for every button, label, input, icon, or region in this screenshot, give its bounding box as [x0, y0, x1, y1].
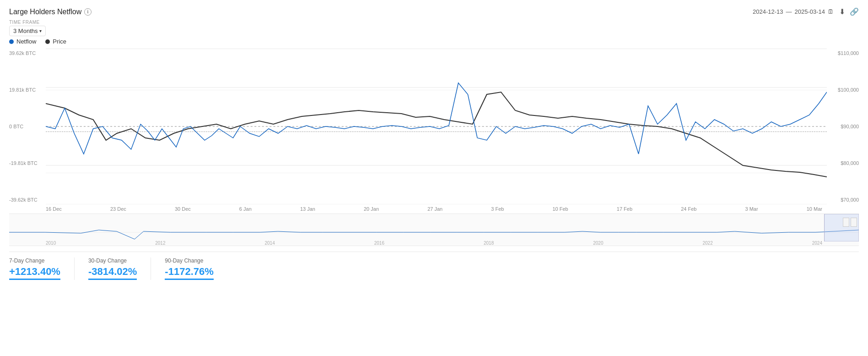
main-chart-container: 39.62k BTC 19.81k BTC 0 BTC -19.81k BTC …	[9, 49, 859, 214]
chevron-down-icon: ▾	[39, 28, 42, 33]
timeframe-dropdown[interactable]: 3 Months ▾	[9, 26, 46, 36]
stat-30day: 30-Day Change -3814.02%	[88, 257, 151, 280]
header-icons: ⬇ 🔗	[839, 7, 859, 16]
netflow-line	[46, 83, 827, 154]
timeframe-label: TIME FRAME	[9, 20, 859, 25]
price-line	[46, 92, 827, 177]
y-right-bottom: $70,000	[827, 197, 859, 203]
date-separator: —	[786, 8, 792, 15]
download-icon[interactable]: ⬇	[839, 7, 845, 16]
y-right-3: $80,000	[827, 160, 859, 166]
legend-price-label: Price	[53, 38, 66, 45]
mini-x-5: 2020	[593, 241, 603, 246]
chart-svg	[46, 49, 827, 204]
mini-x-0: 2010	[46, 241, 56, 246]
legend-price: Price	[45, 38, 66, 45]
mini-x-axis: 2010 2012 2014 2016 2018 2020 2022 2024	[9, 241, 859, 246]
mini-x-2: 2014	[265, 241, 275, 246]
stat-7day-value: +1213.40%	[9, 266, 60, 280]
date-start: 2024-12-13	[753, 8, 783, 15]
stat-90day-label: 90-Day Change	[165, 257, 213, 264]
y-right-top: $110,000	[827, 50, 859, 56]
header-right: 2024-12-13 — 2025-03-14 🗓 ⬇ 🔗	[753, 7, 859, 16]
stat-90day-value: -1172.76%	[165, 266, 213, 280]
stat-90day: 90-Day Change -1172.76%	[165, 257, 227, 280]
chart-legend: Netflow Price	[9, 38, 859, 45]
mini-x-1: 2012	[155, 241, 165, 246]
date-range: 2024-12-13 — 2025-03-14 🗓	[753, 8, 834, 15]
price-dot	[45, 39, 50, 44]
mini-chart-handle-left[interactable]	[843, 218, 849, 227]
y-left-3: -19.81k BTC	[9, 160, 46, 166]
y-axis-right: $110,000 $100,000 $90,000 $80,000 $70,00…	[827, 49, 859, 204]
page-header: Large Holders Netflow ℹ 2024-12-13 — 202…	[9, 7, 859, 16]
y-right-1: $100,000	[827, 87, 859, 93]
netflow-dot	[9, 39, 14, 44]
timeframe-value: 3 Months	[13, 27, 38, 34]
mini-chart-svg	[9, 214, 859, 241]
y-axis-left: 39.62k BTC 19.81k BTC 0 BTC -19.81k BTC …	[9, 49, 46, 204]
mini-chart-handle-right[interactable]	[851, 218, 857, 227]
timeframe-section: TIME FRAME 3 Months ▾	[9, 20, 859, 36]
mini-x-3: 2016	[374, 241, 384, 246]
y-right-mid: $90,000	[827, 124, 859, 129]
stat-7day-label: 7-Day Change	[9, 257, 60, 264]
date-end: 2025-03-14	[795, 8, 825, 15]
link-icon[interactable]: 🔗	[850, 7, 859, 16]
mini-chart-controls	[843, 218, 857, 227]
chart-area: 39.62k BTC 19.81k BTC 0 BTC -19.81k BTC …	[9, 49, 859, 204]
legend-netflow-label: Netflow	[16, 38, 36, 45]
mini-x-7: 2024	[812, 241, 822, 246]
info-icon[interactable]: ℹ	[84, 8, 92, 16]
legend-netflow: Netflow	[9, 38, 36, 45]
calendar-icon[interactable]: 🗓	[828, 8, 834, 15]
stat-7day: 7-Day Change +1213.40%	[9, 257, 75, 280]
stat-30day-value: -3814.02%	[88, 266, 137, 280]
mini-chart-container: 2010 2012 2014 2016 2018 2020 2022 2024	[9, 214, 859, 246]
mini-x-6: 2022	[703, 241, 713, 246]
title-section: Large Holders Netflow ℹ	[9, 8, 92, 16]
page-title: Large Holders Netflow	[9, 8, 81, 16]
y-left-top: 39.62k BTC	[9, 50, 46, 56]
y-left-bottom: -39.62k BTC	[9, 197, 46, 203]
y-left-1: 19.81k BTC	[9, 87, 46, 93]
stats-section: 7-Day Change +1213.40% 30-Day Change -38…	[9, 252, 859, 280]
mini-x-4: 2018	[484, 241, 494, 246]
y-left-mid: 0 BTC	[9, 124, 46, 129]
stat-30day-label: 30-Day Change	[88, 257, 137, 264]
